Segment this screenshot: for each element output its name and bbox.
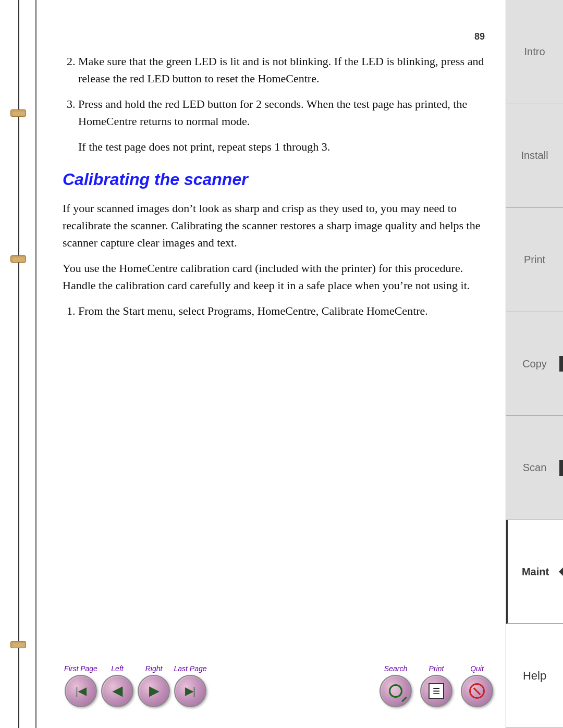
list-item-2: Make sure that the green LED is lit and … (78, 53, 485, 87)
search-button[interactable] (380, 675, 412, 707)
quit-section: Quit (459, 664, 495, 707)
section-title: Calibrating the scanner (63, 170, 485, 189)
left-icon: ◀ (113, 684, 122, 698)
print-button[interactable]: ☰ (420, 675, 452, 707)
left-button[interactable]: ◀ (101, 675, 133, 707)
list-item-2-text: Make sure that the green LED is lit and … (78, 55, 484, 85)
quit-icon (469, 683, 485, 699)
print-icon: ☰ (429, 683, 444, 699)
spine-clip-3 (10, 641, 26, 648)
quit-button[interactable] (461, 675, 493, 707)
first-page-button[interactable]: |◀ (65, 675, 97, 707)
right-section: Right ▶ (136, 664, 172, 707)
list-item-3: Press and hold the red LED button for 2 … (78, 95, 485, 130)
last-page-icon: ▶| (185, 685, 195, 697)
right-icon: ▶ (149, 684, 158, 698)
page-number: 89 (63, 31, 485, 42)
search-section: Search (377, 664, 414, 707)
main-content: 89 Make sure that the green LED is lit a… (36, 0, 506, 728)
search-icon (389, 684, 402, 698)
list-item-1b: From the Start menu, select Programs, Ho… (78, 302, 485, 319)
sidebar-tab-print[interactable]: Print (506, 208, 563, 312)
numbered-list: Make sure that the green LED is lit and … (63, 53, 485, 130)
first-page-icon: |◀ (76, 685, 85, 697)
list-item-3-text: Press and hold the red LED button for 2 … (78, 97, 467, 128)
left-section: Left ◀ (99, 664, 136, 707)
last-page-button[interactable]: ▶| (174, 675, 206, 707)
paragraph-1: If your scanned images don’t look as sha… (63, 200, 485, 251)
sidebar-tab-install[interactable]: Install (506, 104, 563, 208)
last-page-label: Last Page (174, 664, 206, 673)
search-label: Search (384, 664, 407, 673)
sidebar-tab-intro[interactable]: Intro (506, 0, 563, 104)
indent-paragraph: If the test page does not print, repeat … (78, 138, 485, 155)
right-sidebar: Intro Install Print Copy Scan Maint Help (506, 0, 563, 728)
list-item-1b-text: From the Start menu, select Programs, Ho… (78, 304, 428, 317)
print-section: Print ☰ (418, 664, 455, 707)
quit-label: Quit (470, 664, 484, 673)
first-page-section: First Page |◀ (63, 664, 99, 707)
sidebar-tab-maint[interactable]: Maint (506, 520, 563, 624)
sidebar-tab-copy[interactable]: Copy (506, 312, 563, 416)
first-page-label: First Page (64, 664, 97, 673)
right-button[interactable]: ▶ (138, 675, 170, 707)
numbered-list-2: From the Start menu, select Programs, Ho… (63, 302, 485, 319)
sidebar-tab-help[interactable]: Help (506, 624, 563, 728)
left-label: Left (111, 664, 123, 673)
spine-clip-1 (10, 109, 26, 117)
spine-clip-2 (10, 255, 26, 263)
paragraph-2: You use the HomeCentre calibration card … (63, 260, 485, 294)
last-page-section: Last Page ▶| (172, 664, 209, 707)
sidebar-tab-scan[interactable]: Scan (506, 416, 563, 520)
nav-bar: First Page |◀ Left ◀ Right ▶ Last Page ▶… (36, 664, 506, 707)
print-label: Print (429, 664, 444, 673)
right-label: Right (145, 664, 163, 673)
spine-binding (0, 0, 36, 728)
